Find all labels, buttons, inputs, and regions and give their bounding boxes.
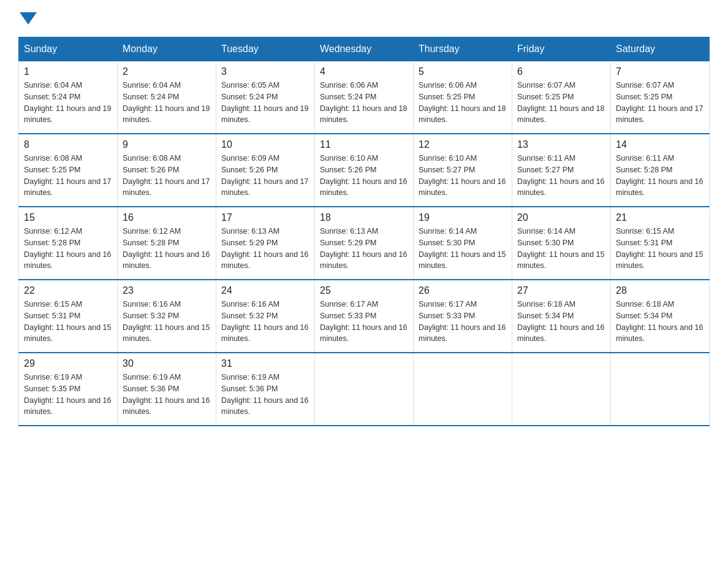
day-number: 12 — [419, 139, 507, 150]
day-number: 31 — [221, 358, 309, 369]
calendar-cell: 30 Sunrise: 6:19 AM Sunset: 5:36 PM Dayl… — [118, 353, 216, 426]
calendar-cell: 23 Sunrise: 6:16 AM Sunset: 5:32 PM Dayl… — [118, 280, 216, 353]
day-info: Sunrise: 6:13 AM Sunset: 5:29 PM Dayligh… — [320, 226, 408, 272]
day-number: 13 — [517, 139, 605, 150]
calendar-week-row: 29 Sunrise: 6:19 AM Sunset: 5:35 PM Dayl… — [19, 353, 710, 426]
calendar-table: SundayMondayTuesdayWednesdayThursdayFrid… — [18, 37, 710, 426]
calendar-cell: 3 Sunrise: 6:05 AM Sunset: 5:24 PM Dayli… — [216, 61, 315, 134]
day-number: 6 — [517, 66, 605, 77]
calendar-week-row: 1 Sunrise: 6:04 AM Sunset: 5:24 PM Dayli… — [19, 61, 710, 134]
calendar-cell: 19 Sunrise: 6:14 AM Sunset: 5:30 PM Dayl… — [414, 207, 512, 280]
calendar-cell — [315, 353, 414, 426]
day-number: 25 — [320, 285, 408, 296]
calendar-cell: 17 Sunrise: 6:13 AM Sunset: 5:29 PM Dayl… — [216, 207, 315, 280]
day-info: Sunrise: 6:10 AM Sunset: 5:26 PM Dayligh… — [320, 153, 408, 199]
day-number: 23 — [123, 285, 211, 296]
calendar-cell: 4 Sunrise: 6:06 AM Sunset: 5:24 PM Dayli… — [315, 61, 414, 134]
weekday-header-sunday: Sunday — [19, 37, 118, 61]
day-number: 27 — [517, 285, 605, 296]
calendar-cell: 16 Sunrise: 6:12 AM Sunset: 5:28 PM Dayl… — [118, 207, 216, 280]
calendar-cell: 29 Sunrise: 6:19 AM Sunset: 5:35 PM Dayl… — [19, 353, 118, 426]
day-info: Sunrise: 6:17 AM Sunset: 5:33 PM Dayligh… — [419, 299, 507, 345]
weekday-header-monday: Monday — [118, 37, 216, 61]
weekday-header-friday: Friday — [512, 37, 611, 61]
day-info: Sunrise: 6:19 AM Sunset: 5:35 PM Dayligh… — [24, 372, 112, 418]
page-header — [18, 12, 710, 25]
logo — [18, 12, 38, 25]
calendar-cell: 22 Sunrise: 6:15 AM Sunset: 5:31 PM Dayl… — [19, 280, 118, 353]
weekday-header-row: SundayMondayTuesdayWednesdayThursdayFrid… — [19, 37, 710, 61]
day-info: Sunrise: 6:04 AM Sunset: 5:24 PM Dayligh… — [24, 80, 112, 126]
day-number: 20 — [517, 212, 605, 223]
calendar-cell: 31 Sunrise: 6:19 AM Sunset: 5:36 PM Dayl… — [216, 353, 315, 426]
day-number: 22 — [24, 285, 112, 296]
day-info: Sunrise: 6:14 AM Sunset: 5:30 PM Dayligh… — [419, 226, 507, 272]
day-number: 3 — [221, 66, 309, 77]
day-info: Sunrise: 6:05 AM Sunset: 5:24 PM Dayligh… — [221, 80, 309, 126]
day-info: Sunrise: 6:14 AM Sunset: 5:30 PM Dayligh… — [517, 226, 605, 272]
weekday-header-saturday: Saturday — [611, 37, 710, 61]
calendar-cell — [512, 353, 611, 426]
day-info: Sunrise: 6:12 AM Sunset: 5:28 PM Dayligh… — [24, 226, 112, 272]
calendar-cell: 12 Sunrise: 6:10 AM Sunset: 5:27 PM Dayl… — [414, 134, 512, 207]
day-number: 4 — [320, 66, 408, 77]
day-number: 5 — [419, 66, 507, 77]
calendar-cell: 20 Sunrise: 6:14 AM Sunset: 5:30 PM Dayl… — [512, 207, 611, 280]
day-info: Sunrise: 6:07 AM Sunset: 5:25 PM Dayligh… — [616, 80, 704, 126]
calendar-cell: 7 Sunrise: 6:07 AM Sunset: 5:25 PM Dayli… — [611, 61, 710, 134]
calendar-cell: 15 Sunrise: 6:12 AM Sunset: 5:28 PM Dayl… — [19, 207, 118, 280]
day-info: Sunrise: 6:16 AM Sunset: 5:32 PM Dayligh… — [221, 299, 309, 345]
calendar-cell: 8 Sunrise: 6:08 AM Sunset: 5:25 PM Dayli… — [19, 134, 118, 207]
calendar-cell: 24 Sunrise: 6:16 AM Sunset: 5:32 PM Dayl… — [216, 280, 315, 353]
day-number: 9 — [123, 139, 211, 150]
calendar-cell: 6 Sunrise: 6:07 AM Sunset: 5:25 PM Dayli… — [512, 61, 611, 134]
day-info: Sunrise: 6:18 AM Sunset: 5:34 PM Dayligh… — [517, 299, 605, 345]
calendar-cell: 10 Sunrise: 6:09 AM Sunset: 5:26 PM Dayl… — [216, 134, 315, 207]
day-number: 1 — [24, 66, 112, 77]
day-number: 21 — [616, 212, 704, 223]
calendar-cell: 2 Sunrise: 6:04 AM Sunset: 5:24 PM Dayli… — [118, 61, 216, 134]
calendar-cell: 26 Sunrise: 6:17 AM Sunset: 5:33 PM Dayl… — [414, 280, 512, 353]
day-number: 10 — [221, 139, 309, 150]
day-number: 16 — [123, 212, 211, 223]
calendar-cell: 1 Sunrise: 6:04 AM Sunset: 5:24 PM Dayli… — [19, 61, 118, 134]
day-info: Sunrise: 6:11 AM Sunset: 5:28 PM Dayligh… — [616, 153, 704, 199]
day-info: Sunrise: 6:08 AM Sunset: 5:25 PM Dayligh… — [24, 153, 112, 199]
calendar-cell — [414, 353, 512, 426]
day-number: 14 — [616, 139, 704, 150]
logo-triangle-icon — [20, 12, 37, 25]
day-info: Sunrise: 6:15 AM Sunset: 5:31 PM Dayligh… — [24, 299, 112, 345]
day-number: 17 — [221, 212, 309, 223]
weekday-header-thursday: Thursday — [414, 37, 512, 61]
day-info: Sunrise: 6:19 AM Sunset: 5:36 PM Dayligh… — [123, 372, 211, 418]
day-number: 2 — [123, 66, 211, 77]
calendar-cell: 18 Sunrise: 6:13 AM Sunset: 5:29 PM Dayl… — [315, 207, 414, 280]
day-info: Sunrise: 6:17 AM Sunset: 5:33 PM Dayligh… — [320, 299, 408, 345]
day-number: 18 — [320, 212, 408, 223]
calendar-week-row: 22 Sunrise: 6:15 AM Sunset: 5:31 PM Dayl… — [19, 280, 710, 353]
weekday-header-tuesday: Tuesday — [216, 37, 315, 61]
calendar-cell: 9 Sunrise: 6:08 AM Sunset: 5:26 PM Dayli… — [118, 134, 216, 207]
day-info: Sunrise: 6:04 AM Sunset: 5:24 PM Dayligh… — [123, 80, 211, 126]
day-number: 24 — [221, 285, 309, 296]
calendar-cell: 13 Sunrise: 6:11 AM Sunset: 5:27 PM Dayl… — [512, 134, 611, 207]
calendar-cell: 11 Sunrise: 6:10 AM Sunset: 5:26 PM Dayl… — [315, 134, 414, 207]
day-number: 28 — [616, 285, 704, 296]
calendar-cell: 14 Sunrise: 6:11 AM Sunset: 5:28 PM Dayl… — [611, 134, 710, 207]
day-number: 15 — [24, 212, 112, 223]
day-number: 7 — [616, 66, 704, 77]
calendar-week-row: 8 Sunrise: 6:08 AM Sunset: 5:25 PM Dayli… — [19, 134, 710, 207]
day-info: Sunrise: 6:06 AM Sunset: 5:24 PM Dayligh… — [320, 80, 408, 126]
day-info: Sunrise: 6:10 AM Sunset: 5:27 PM Dayligh… — [419, 153, 507, 199]
day-info: Sunrise: 6:09 AM Sunset: 5:26 PM Dayligh… — [221, 153, 309, 199]
day-info: Sunrise: 6:15 AM Sunset: 5:31 PM Dayligh… — [616, 226, 704, 272]
day-info: Sunrise: 6:11 AM Sunset: 5:27 PM Dayligh… — [517, 153, 605, 199]
calendar-cell: 28 Sunrise: 6:18 AM Sunset: 5:34 PM Dayl… — [611, 280, 710, 353]
day-number: 19 — [419, 212, 507, 223]
day-number: 29 — [24, 358, 112, 369]
calendar-cell: 5 Sunrise: 6:06 AM Sunset: 5:25 PM Dayli… — [414, 61, 512, 134]
day-info: Sunrise: 6:06 AM Sunset: 5:25 PM Dayligh… — [419, 80, 507, 126]
day-info: Sunrise: 6:18 AM Sunset: 5:34 PM Dayligh… — [616, 299, 704, 345]
day-info: Sunrise: 6:13 AM Sunset: 5:29 PM Dayligh… — [221, 226, 309, 272]
weekday-header-wednesday: Wednesday — [315, 37, 414, 61]
